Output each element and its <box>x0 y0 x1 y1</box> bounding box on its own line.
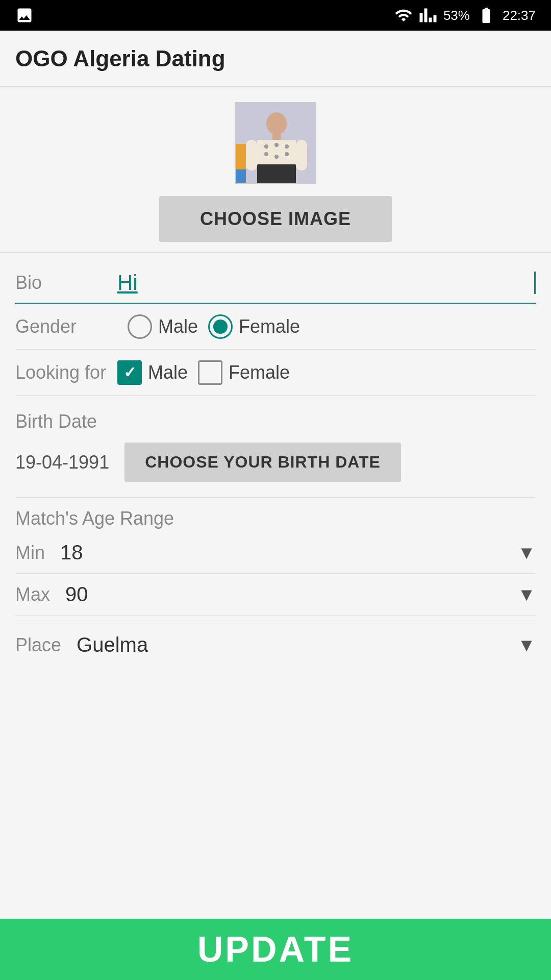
looking-for-male-option[interactable]: Male <box>117 360 188 385</box>
place-left: Place Guelma <box>15 633 148 656</box>
looking-for-male-label: Male <box>148 362 188 383</box>
bio-input-wrapper[interactable]: Hi <box>117 271 536 295</box>
svg-rect-2 <box>272 133 281 140</box>
gender-label: Gender <box>15 316 117 337</box>
gender-male-radio[interactable] <box>128 314 152 339</box>
place-label: Place <box>15 634 61 656</box>
age-range-section: Match's Age Range Min 18 ▼ Max 90 ▼ <box>15 498 536 621</box>
svg-point-6 <box>285 144 289 149</box>
battery-level: 53% <box>443 8 470 23</box>
birth-date-row: 19-04-1991 CHOOSE YOUR BIRTH DATE <box>15 437 536 487</box>
bio-field-row: Bio Hi <box>15 258 536 304</box>
app-bar: OGO Algeria Dating <box>0 31 551 87</box>
max-label: Max <box>15 584 50 605</box>
bio-value[interactable]: Hi <box>117 271 533 295</box>
gender-male-label: Male <box>158 316 198 337</box>
svg-point-8 <box>274 155 279 159</box>
svg-point-4 <box>264 144 268 149</box>
looking-for-female-label: Female <box>229 362 290 383</box>
place-dropdown-arrow[interactable]: ▼ <box>517 634 536 656</box>
min-label: Min <box>15 542 45 564</box>
bio-label: Bio <box>15 272 117 293</box>
update-button-label: UPDATE <box>197 929 354 970</box>
looking-for-checkbox-group: Male Female <box>117 360 536 385</box>
gender-radio-group: Male Female <box>128 314 536 339</box>
gender-female-label: Female <box>239 316 300 337</box>
profile-image-section: CHOOSE IMAGE <box>0 87 551 252</box>
max-value: 90 <box>65 583 88 606</box>
status-bar-right: 53% 22:37 <box>394 6 536 24</box>
birth-date-label: Birth Date <box>15 406 536 437</box>
main-content: CHOOSE IMAGE Bio Hi Gender Male <box>0 87 551 919</box>
birth-date-value: 19-04-1991 <box>15 452 109 473</box>
photo-icon <box>15 6 34 24</box>
svg-point-5 <box>274 143 279 147</box>
gender-male-option[interactable]: Male <box>128 314 198 339</box>
battery-icon <box>476 6 496 24</box>
status-bar-left <box>15 6 34 24</box>
svg-point-1 <box>266 112 287 135</box>
min-age-left: Min 18 <box>15 541 83 564</box>
bio-cursor <box>534 272 536 294</box>
profile-image-container[interactable] <box>235 102 316 184</box>
choose-image-button[interactable]: CHOOSE IMAGE <box>159 196 392 242</box>
svg-rect-12 <box>296 140 307 170</box>
max-age-left: Max 90 <box>15 583 88 606</box>
age-range-title: Match's Age Range <box>15 503 536 532</box>
looking-for-female-option[interactable]: Female <box>198 360 290 385</box>
svg-rect-14 <box>236 169 246 184</box>
max-age-row[interactable]: Max 90 ▼ <box>15 574 536 616</box>
looking-for-female-checkbox[interactable] <box>198 360 222 385</box>
place-value: Guelma <box>77 633 148 656</box>
app-title: OGO Algeria Dating <box>15 46 226 71</box>
place-row[interactable]: Place Guelma ▼ <box>15 621 536 669</box>
svg-rect-11 <box>246 140 257 170</box>
time-display: 22:37 <box>503 8 536 23</box>
form-section: Bio Hi Gender Male Female <box>0 253 551 674</box>
min-age-row[interactable]: Min 18 ▼ <box>15 532 536 574</box>
looking-for-field-row: Looking for Male Female <box>15 350 536 396</box>
min-dropdown-arrow[interactable]: ▼ <box>517 542 536 564</box>
update-button[interactable]: UPDATE <box>0 919 551 980</box>
max-dropdown-arrow[interactable]: ▼ <box>517 584 536 605</box>
gender-female-radio[interactable] <box>208 314 233 339</box>
looking-for-male-checkbox[interactable] <box>117 360 142 385</box>
profile-image <box>236 103 316 184</box>
wifi-icon <box>394 6 413 24</box>
svg-rect-10 <box>257 164 296 184</box>
signal-icon <box>419 6 437 24</box>
choose-birth-date-button[interactable]: CHOOSE YOUR BIRTH DATE <box>124 443 401 482</box>
status-bar: 53% 22:37 <box>0 0 551 31</box>
svg-point-7 <box>264 152 268 156</box>
birth-date-section: Birth Date 19-04-1991 CHOOSE YOUR BIRTH … <box>15 396 536 497</box>
min-value: 18 <box>60 541 83 564</box>
looking-for-label: Looking for <box>15 362 117 383</box>
svg-point-9 <box>285 152 289 156</box>
gender-field-row: Gender Male Female <box>15 304 536 350</box>
gender-female-option[interactable]: Female <box>208 314 300 339</box>
